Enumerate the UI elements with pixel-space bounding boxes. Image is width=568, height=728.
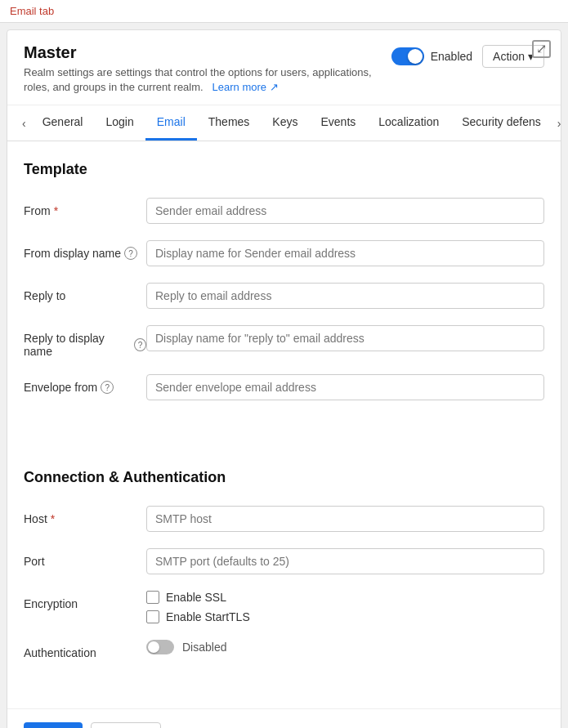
tab-general[interactable]: General bbox=[31, 105, 95, 141]
authentication-toggle: Disabled bbox=[146, 640, 544, 654]
reply-to-display-name-row: Reply to display name ? bbox=[24, 325, 544, 358]
section-divider bbox=[7, 436, 561, 469]
toggle-thumb bbox=[408, 49, 423, 64]
starttls-checkbox-item[interactable]: Enable StartTLS bbox=[146, 610, 544, 623]
cancel-button[interactable]: Cancel bbox=[91, 722, 161, 728]
tab-localization[interactable]: Localization bbox=[367, 105, 450, 141]
envelope-from-label: Envelope from ? bbox=[24, 374, 146, 394]
tabs-bar: ‹ General Login Email Themes Keys Events… bbox=[7, 105, 561, 141]
tab-themes[interactable]: Themes bbox=[197, 105, 262, 141]
from-input-wrap bbox=[146, 198, 544, 224]
ssl-checkbox-item[interactable]: Enable SSL bbox=[146, 591, 544, 604]
reply-to-display-name-label: Reply to display name ? bbox=[24, 325, 146, 358]
connection-section: Connection & Authentication Host * Port … bbox=[7, 469, 561, 695]
envelope-from-input-wrap bbox=[146, 374, 544, 400]
encryption-row: Encryption Enable SSL Enable StartTLS bbox=[24, 591, 544, 623]
action-label: Action bbox=[493, 50, 525, 63]
authentication-toggle-wrap: Disabled bbox=[146, 640, 544, 654]
host-input[interactable] bbox=[146, 506, 544, 532]
encryption-options: Enable SSL Enable StartTLS bbox=[146, 591, 544, 623]
connection-section-title: Connection & Authentication bbox=[24, 469, 544, 486]
from-label: From * bbox=[24, 198, 146, 217]
from-display-name-row: From display name ? bbox=[24, 240, 544, 266]
tab-next-button[interactable]: › bbox=[552, 109, 561, 138]
page-header: Master Realm settings are settings that … bbox=[7, 30, 561, 105]
authentication-label: Authentication bbox=[24, 640, 146, 659]
browser-tab: Email tab bbox=[0, 0, 568, 23]
host-required: * bbox=[51, 512, 55, 525]
starttls-label: Enable StartTLS bbox=[166, 610, 250, 623]
tab-security[interactable]: Security defens bbox=[450, 105, 552, 141]
tab-email[interactable]: Email bbox=[145, 105, 197, 141]
starttls-checkbox[interactable] bbox=[146, 610, 159, 623]
from-display-name-help-icon[interactable]: ? bbox=[124, 247, 137, 260]
reply-to-display-name-help-icon[interactable]: ? bbox=[134, 338, 146, 351]
host-label: Host * bbox=[24, 506, 146, 525]
authentication-toggle-label: Disabled bbox=[182, 641, 226, 654]
tab-events[interactable]: Events bbox=[309, 105, 367, 141]
header-left: Master Realm settings are settings that … bbox=[24, 43, 391, 95]
authentication-toggle-track[interactable] bbox=[146, 640, 174, 654]
reply-to-input[interactable] bbox=[146, 283, 544, 309]
tab-keys[interactable]: Keys bbox=[261, 105, 309, 141]
save-button[interactable]: Save bbox=[24, 722, 83, 728]
reply-to-display-name-input[interactable] bbox=[146, 325, 544, 351]
from-input[interactable] bbox=[146, 198, 544, 224]
from-row: From * bbox=[24, 198, 544, 224]
browser-tab-label: Email tab bbox=[10, 5, 54, 17]
port-input-wrap bbox=[146, 548, 544, 574]
enabled-toggle-wrap: Enabled bbox=[391, 47, 472, 65]
page-title: Master bbox=[24, 43, 391, 62]
template-section: Template From * From display name ? bbox=[7, 141, 561, 436]
reply-to-row: Reply to bbox=[24, 283, 544, 309]
header-description: Realm settings are settings that control… bbox=[24, 65, 391, 95]
from-display-name-input[interactable] bbox=[146, 240, 544, 266]
ssl-label: Enable SSL bbox=[166, 591, 226, 604]
host-row: Host * bbox=[24, 506, 544, 532]
encryption-checkbox-group: Enable SSL Enable StartTLS bbox=[146, 591, 544, 623]
envelope-from-input[interactable] bbox=[146, 374, 544, 400]
reply-to-display-name-input-wrap bbox=[146, 325, 544, 351]
host-input-wrap bbox=[146, 506, 544, 532]
external-link-icon: ↗ bbox=[270, 81, 279, 93]
envelope-from-row: Envelope from ? bbox=[24, 374, 544, 400]
from-required: * bbox=[54, 204, 58, 217]
authentication-toggle-thumb bbox=[148, 641, 159, 653]
bottom-bar: Save Cancel bbox=[7, 708, 561, 728]
port-label: Port bbox=[24, 548, 146, 568]
port-input[interactable] bbox=[146, 548, 544, 574]
expand-icon[interactable]: ⤢ bbox=[532, 40, 551, 58]
from-display-name-input-wrap bbox=[146, 240, 544, 266]
encryption-label: Encryption bbox=[24, 591, 146, 610]
template-section-title: Template bbox=[24, 161, 544, 178]
authentication-row: Authentication Disabled bbox=[24, 640, 544, 659]
ssl-checkbox[interactable] bbox=[146, 591, 159, 604]
reply-to-input-wrap bbox=[146, 283, 544, 309]
tab-prev-button[interactable]: ‹ bbox=[17, 109, 31, 138]
header-controls: Enabled Action ▾ bbox=[391, 45, 544, 68]
enabled-toggle[interactable] bbox=[391, 47, 424, 65]
port-row: Port bbox=[24, 548, 544, 574]
tab-login[interactable]: Login bbox=[94, 105, 145, 141]
envelope-from-help-icon[interactable]: ? bbox=[101, 381, 114, 394]
toggle-label: Enabled bbox=[431, 50, 472, 63]
reply-to-label: Reply to bbox=[24, 283, 146, 302]
learn-more-link[interactable]: Learn more ↗ bbox=[212, 81, 279, 93]
from-display-name-label: From display name ? bbox=[24, 240, 146, 260]
